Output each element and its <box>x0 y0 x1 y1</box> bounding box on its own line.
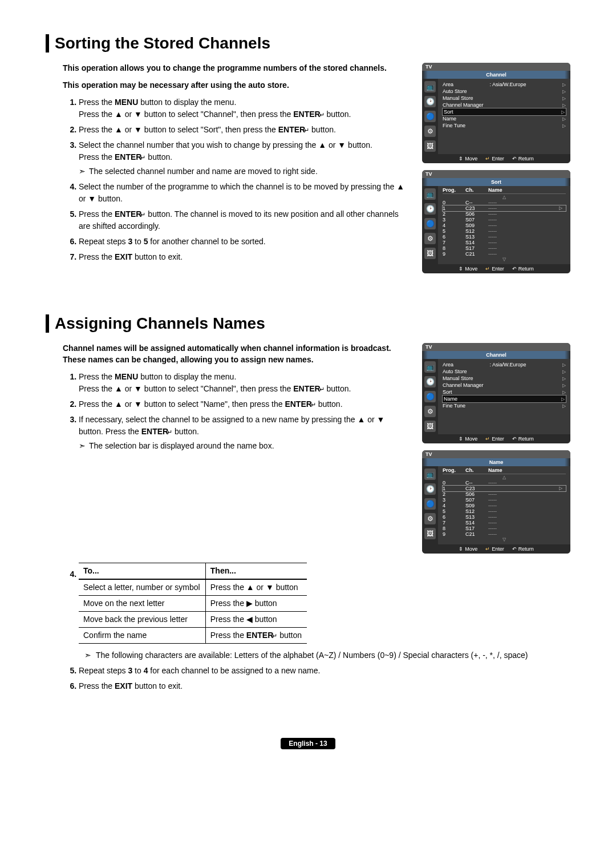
naming-lower: To... Then... Select a letter, number or… <box>46 563 570 692</box>
enter-icon: ↵ <box>272 631 277 641</box>
naming-text-col: Channel names will be assigned automatic… <box>46 343 411 560</box>
cell-to: Move back the previous letter <box>79 612 205 628</box>
osd-side-icon: 📺 <box>424 361 436 373</box>
osd-menu-list: Area: Asia/W.Europe▷Auto Store▷Manual St… <box>438 359 570 411</box>
osd-menu-item: Manual Store▷ <box>443 375 566 382</box>
channel-row: 3S07----- <box>443 217 566 223</box>
channel-row: 6S13----- <box>443 234 566 240</box>
channel-row: 0C------- <box>443 200 566 205</box>
osd-enter: Enter <box>485 436 504 442</box>
osd-move: Move <box>459 546 477 552</box>
chars-note: The following characters are available: … <box>79 649 570 661</box>
channel-row: 1C23▷ <box>443 486 566 491</box>
channel-row: 9C21----- <box>443 531 566 537</box>
channel-row: 8S17----- <box>443 526 566 531</box>
up-arrow-icon: △ <box>443 195 566 200</box>
osd-enter: Enter <box>485 156 504 161</box>
cell-then: Press the ENTER↵ button <box>205 628 307 644</box>
channel-row: 4S09----- <box>443 223 566 228</box>
sub-note: The selection bar is displayed around th… <box>79 440 411 452</box>
step-4: To... Then... Select a letter, number or… <box>79 563 570 661</box>
sort-table: Prog. Ch. Name △ 0C-------1C23-----▷2S06… <box>438 186 570 264</box>
osd-side-icon: 🖼 <box>424 421 436 432</box>
channel-row: 0C------- <box>443 480 566 486</box>
sorting-text-col: This operation allows you to change the … <box>46 63 411 280</box>
osd-side-icon: 🕑 <box>424 483 436 495</box>
osd-menu-item: Auto Store▷ <box>443 368 566 375</box>
step: Select the number of the programme to wh… <box>79 181 411 205</box>
naming-steps-continued: Repeat steps 3 to 4 for each channel to … <box>63 665 570 692</box>
osd-side-icon: 📺 <box>424 81 436 92</box>
osd-side-icons: 📺🕑🔵⚙🖼 <box>422 186 438 264</box>
page-footer: English - 13 <box>46 738 570 749</box>
osd-side-icon: 🔵 <box>424 218 436 229</box>
up-arrow-icon: △ <box>443 475 566 480</box>
osd-sort-list: TV Sort 📺🕑🔵⚙🖼 Prog. Ch. Name △ <box>422 170 570 273</box>
osd-side-icon: ⚙ <box>424 406 436 417</box>
sorting-steps: Press the MENU button to display the men… <box>63 96 411 263</box>
step: Press the EXIT button to exit. <box>79 251 411 263</box>
osd-side-icon: ⚙ <box>424 233 436 244</box>
heading-naming: Assigning Channels Names <box>46 314 570 333</box>
enter-icon: ↵ <box>140 153 145 163</box>
col-ch: Ch. <box>465 467 486 473</box>
osd-move: Move <box>459 266 477 272</box>
osd-side-icon: 🖼 <box>424 528 436 539</box>
osd-tv-label: TV <box>422 343 570 351</box>
osd-menu-item: Manual Store▷ <box>443 95 566 102</box>
osd-side-icon: 📺 <box>424 188 436 200</box>
osd-side-icon: 🔵 <box>424 498 436 510</box>
osd-return: Return <box>512 546 534 552</box>
cell-to: Move on the next letter <box>79 596 205 612</box>
down-arrow-icon: ▽ <box>443 537 566 542</box>
sub-note: The selected channel number and name are… <box>79 165 411 177</box>
osd-side-icon: 🕑 <box>424 96 436 107</box>
osd-side-icon: ⚙ <box>424 513 436 524</box>
step: Press the MENU button to display the men… <box>79 96 411 120</box>
osd-side-icon: 🖼 <box>424 140 436 152</box>
osd-return: Return <box>512 156 534 161</box>
enter-icon: ↵ <box>167 427 172 437</box>
osd-return: Return <box>512 436 534 442</box>
section-naming: Assigning Channels Names Channel names w… <box>46 314 570 692</box>
table-row: Select a letter, number or symbolPress t… <box>79 579 307 596</box>
osd-menu-item: Channel Manager▷ <box>443 382 566 389</box>
osd-channel-name: TV Channel 📺🕑🔵⚙🖼 Area: Asia/W.Europe▷Aut… <box>422 343 570 443</box>
heading-sorting: Sorting the Stored Channels <box>46 34 570 53</box>
enter-icon: ↵ <box>304 126 309 135</box>
channel-row: 7S14----- <box>443 240 566 245</box>
osd-tv-label: TV <box>422 450 570 458</box>
osd-enter: Enter <box>485 266 504 272</box>
enter-icon: ↵ <box>319 110 325 120</box>
osd-side-icon: ⚙ <box>424 126 436 137</box>
col-prog: Prog. <box>443 187 463 193</box>
osd-move: Move <box>459 156 477 161</box>
enter-icon: ↵ <box>319 385 325 394</box>
to-then-table: To... Then... Select a letter, number or… <box>79 563 307 644</box>
osd-side-icon: 🖼 <box>424 248 436 259</box>
table-row: Move on the next letterPress the ▶ butto… <box>79 596 307 612</box>
osd-tv-label: TV <box>422 170 570 178</box>
step: Press the ENTER↵ button. The channel is … <box>79 208 411 232</box>
osd-title-channel: Channel <box>422 351 570 359</box>
enter-icon: ↵ <box>311 400 316 410</box>
col-name: Name <box>488 467 557 473</box>
osd-menu-item: Fine Tune▷ <box>443 122 566 129</box>
cell-then: Press the ▲ or ▼ button <box>205 579 307 596</box>
section-sorting: Sorting the Stored Channels This operati… <box>46 34 570 280</box>
step: Press the MENU button to display the men… <box>79 371 411 395</box>
naming-steps: Press the MENU button to display the men… <box>63 371 411 452</box>
cell-then: Press the ◀ button <box>205 612 307 628</box>
channel-row: 1C23-----▷ <box>443 205 566 211</box>
step: Press the ▲ or ▼ button to select "Name"… <box>79 398 411 410</box>
osd-menu-item: Auto Store▷ <box>443 88 566 95</box>
osd-name-list: TV Name 📺🕑🔵⚙🖼 Prog. Ch. Name △ <box>422 450 570 554</box>
osd-side-icon: 🔵 <box>424 391 436 402</box>
down-arrow-icon: ▽ <box>443 257 566 262</box>
osd-menu-item: Sort▷ <box>443 108 566 115</box>
naming-intro: Channel names will be assigned automatic… <box>63 343 411 365</box>
channel-row: 9C21----- <box>443 251 566 257</box>
osd-menu-item: Channel Manager▷ <box>443 102 566 108</box>
sorting-intro2: This operation may be necessary after us… <box>63 80 411 91</box>
channel-row: 3S07----- <box>443 497 566 503</box>
